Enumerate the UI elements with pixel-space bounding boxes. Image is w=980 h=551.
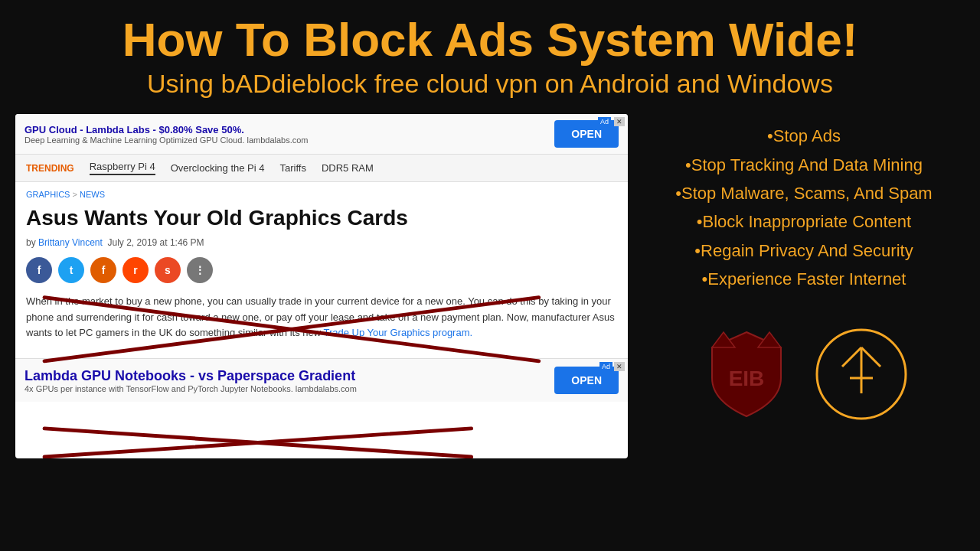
- trending-item-0[interactable]: Raspberry Pi 4: [90, 161, 155, 175]
- ad-bottom-close[interactable]: ✕: [614, 362, 625, 371]
- ad-banner-top: GPU Cloud - Lambda Labs - $0.80% Save 50…: [15, 114, 628, 155]
- trade-up-link[interactable]: Trade Up Your Graphics program.: [324, 327, 473, 338]
- svg-text:EIB: EIB: [729, 367, 765, 390]
- eib-logo: EIB: [697, 324, 796, 424]
- trending-item-1[interactable]: Overclocking the Pi 4: [171, 162, 265, 174]
- social-twitter[interactable]: t: [58, 257, 84, 283]
- svg-line-3: [44, 429, 472, 457]
- trending-item-2[interactable]: Tariffs: [280, 162, 306, 174]
- logos-row: EIB: [697, 324, 911, 424]
- trending-bar: TRENDING Raspberry Pi 4 Overclocking the…: [15, 155, 628, 182]
- main-title: How To Block Ads System Wide!: [15, 14, 965, 66]
- social-reddit[interactable]: r: [122, 257, 149, 283]
- ad-bottom-text: Lambda GPU Notebooks - vs Paperspace Gra…: [24, 368, 547, 393]
- bullet-5: •Regain Privacy And Security: [675, 236, 932, 265]
- breadcrumb-news[interactable]: NEWS: [80, 190, 105, 199]
- breadcrumb: GRAPHICS > NEWS: [26, 190, 617, 199]
- social-stumbleupon[interactable]: s: [155, 257, 181, 283]
- bullet-1: •Stop Ads: [675, 122, 932, 150]
- ad-controls-box[interactable]: Ad: [598, 117, 611, 126]
- svg-line-2: [44, 429, 472, 457]
- svg-line-9: [842, 347, 861, 367]
- article-body: When in the market to buy a new phone, y…: [26, 294, 617, 341]
- article-area: GRAPHICS > NEWS Asus Wants Your Old Grap…: [15, 182, 628, 358]
- social-flipboard[interactable]: f: [90, 257, 116, 283]
- ad-top-controls: Ad ✕: [598, 117, 625, 126]
- bullet-6: •Experience Faster Internet: [675, 265, 932, 293]
- ad-bottom-controls: Ad ✕: [599, 362, 625, 371]
- social-buttons: f t f r s ⋮: [26, 257, 617, 283]
- right-panel: •Stop Ads •Stop Tracking And Data Mining…: [643, 114, 965, 458]
- header: How To Block Ads System Wide! Using bADd…: [0, 0, 980, 106]
- main-content: GPU Cloud - Lambda Labs - $0.80% Save 50…: [0, 106, 980, 458]
- bullet-4: •Block Inappropriate Content: [675, 207, 932, 236]
- ad-top-title: GPU Cloud - Lambda Labs - $0.80% Save 50…: [24, 124, 547, 135]
- ad-banner-bottom: Lambda GPU Notebooks - vs Paperspace Gra…: [15, 358, 628, 402]
- bullet-3: •Stop Malware, Scams, And Spam: [675, 179, 932, 207]
- ad-top-close[interactable]: ✕: [614, 117, 625, 126]
- browser-mockup: GPU Cloud - Lambda Labs - $0.80% Save 50…: [15, 114, 628, 458]
- article-title: Asus Wants Your Old Graphics Cards: [26, 205, 617, 231]
- author-link[interactable]: Brittany Vincent: [38, 237, 103, 248]
- trending-item-3[interactable]: DDR5 RAM: [322, 162, 374, 174]
- subtitle: Using bADdieblock free cloud vpn on Andr…: [15, 69, 965, 99]
- article-meta: by Brittany Vincent July 2, 2019 at 1:46…: [26, 237, 617, 248]
- bullet-list: •Stop Ads •Stop Tracking And Data Mining…: [675, 122, 932, 293]
- ad-bottom-title: Lambda GPU Notebooks - vs Paperspace Gra…: [24, 368, 547, 384]
- social-facebook[interactable]: f: [26, 257, 52, 283]
- svg-line-10: [861, 347, 880, 367]
- trending-label: TRENDING: [26, 163, 74, 174]
- bullet-2: •Stop Tracking And Data Mining: [675, 151, 932, 179]
- ad-bottom-controls-box[interactable]: Ad: [599, 362, 612, 371]
- ad-top-text: GPU Cloud - Lambda Labs - $0.80% Save 50…: [24, 124, 547, 145]
- ad-top-desc: Deep Learning & Machine Learning Optimiz…: [24, 135, 547, 145]
- circle-logo: [812, 324, 911, 424]
- breadcrumb-graphics[interactable]: GRAPHICS: [26, 190, 70, 199]
- ad-bottom-desc: 4x GPUs per instance with TensorFlow and…: [24, 384, 547, 393]
- social-share[interactable]: ⋮: [187, 257, 213, 283]
